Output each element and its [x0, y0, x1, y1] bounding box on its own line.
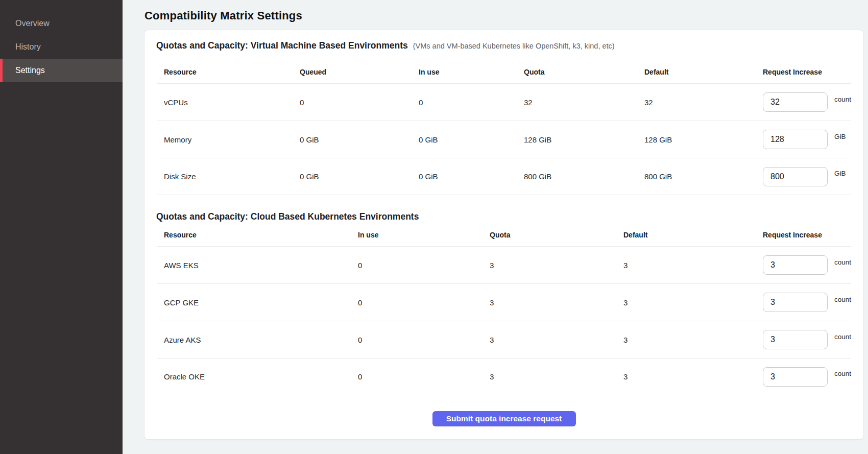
cell-queued: 0 GiB [293, 172, 412, 181]
column-header-default: Default [616, 223, 756, 246]
cloud-quota-section: Quotas and Capacity: Cloud Based Kuberne… [157, 210, 851, 395]
column-header-quota: Quota [483, 223, 616, 246]
vm-quota-table: Resource Queued In use Quota Default Req… [157, 52, 851, 195]
column-header-in-use: In use [351, 223, 483, 246]
vm-section-subtitle: (VMs and VM-based Kubernetes like OpenSh… [413, 42, 615, 50]
table-row: Oracle OKE033count [157, 358, 851, 395]
table-row: GCP GKE033count [157, 283, 851, 321]
cell-default: 3 [616, 298, 756, 307]
cell-request-increase: GiB [756, 167, 851, 186]
cell-request-increase: count [756, 330, 851, 349]
cell-resource: Oracle OKE [157, 372, 351, 381]
main-content: Compatibility Matrix Settings Quotas and… [123, 0, 868, 454]
settings-card: Quotas and Capacity: Virtual Machine Bas… [144, 30, 864, 440]
cell-resource: AWS EKS [157, 261, 351, 270]
cell-quota: 128 GiB [517, 135, 637, 144]
column-header-default: Default [637, 52, 756, 83]
unit-label: count [834, 333, 851, 341]
unit-label: count [834, 370, 851, 377]
cell-in-use: 0 [412, 98, 517, 107]
cell-quota: 32 [517, 98, 637, 107]
unit-label: GiB [834, 133, 846, 140]
column-header-resource: Resource [157, 52, 293, 83]
cell-in-use: 0 GiB [412, 135, 517, 144]
table-row: vCPUs003232count [157, 83, 851, 121]
column-header-request-increase: Request Increase [756, 223, 851, 246]
sidebar-item-history[interactable]: History [0, 35, 123, 59]
column-header-queued: Queued [293, 52, 412, 83]
cell-in-use: 0 [351, 261, 483, 270]
cell-default: 3 [616, 372, 756, 381]
request-increase-input[interactable] [763, 130, 828, 149]
cell-queued: 0 GiB [293, 135, 412, 144]
cell-queued: 0 [293, 98, 412, 107]
cell-in-use: 0 GiB [412, 172, 517, 181]
cell-quota: 3 [483, 336, 616, 344]
cloud-table-body: AWS EKS033countGCP GKE033countAzure AKS0… [157, 246, 851, 395]
cell-default: 128 GiB [637, 135, 756, 144]
column-header-resource: Resource [157, 223, 351, 246]
vm-section-title: Quotas and Capacity: Virtual Machine Bas… [156, 39, 408, 52]
cell-request-increase: count [756, 92, 851, 112]
column-header-quota: Quota [517, 52, 637, 83]
cell-request-increase: count [756, 293, 851, 312]
page-title: Compatibility Matrix Settings [144, 9, 864, 22]
table-row: Azure AKS033count [157, 321, 851, 358]
app-window: Overview History Settings Compatibility … [0, 0, 868, 454]
column-header-request-increase: Request Increase [756, 52, 851, 83]
cell-resource: GCP GKE [157, 298, 351, 307]
cell-resource: vCPUs [157, 98, 293, 107]
sidebar: Overview History Settings [0, 0, 123, 454]
request-increase-input[interactable] [763, 167, 828, 186]
table-row: Disk Size0 GiB0 GiB800 GiB800 GiBGiB [157, 158, 851, 195]
cell-resource: Azure AKS [157, 336, 351, 344]
vm-table-body: vCPUs003232countMemory0 GiB0 GiB128 GiB1… [157, 83, 851, 195]
unit-label: GiB [834, 170, 846, 177]
cell-in-use: 0 [351, 372, 483, 381]
submit-quota-increase-button[interactable]: Submit quota increase request [432, 411, 576, 426]
cell-default: 800 GiB [637, 172, 756, 181]
cell-default: 3 [616, 336, 756, 344]
cloud-table-header-row: Resource In use Quota Default Request In… [157, 223, 851, 246]
sidebar-item-settings[interactable]: Settings [0, 59, 123, 82]
submit-row: Submit quota increase request [157, 395, 851, 426]
cloud-quota-table: Resource In use Quota Default Request In… [157, 223, 851, 395]
vm-section-header: Quotas and Capacity: Virtual Machine Bas… [156, 39, 851, 52]
vm-quota-section: Quotas and Capacity: Virtual Machine Bas… [157, 39, 851, 195]
cell-quota: 3 [483, 261, 616, 270]
request-increase-input[interactable] [763, 367, 828, 387]
vm-table-header-row: Resource Queued In use Quota Default Req… [157, 52, 851, 83]
column-header-in-use: In use [412, 52, 517, 83]
cell-request-increase: count [756, 367, 851, 387]
request-increase-input[interactable] [763, 330, 828, 349]
cloud-section-header: Quotas and Capacity: Cloud Based Kuberne… [156, 210, 851, 223]
request-increase-input[interactable] [763, 92, 828, 112]
cell-resource: Disk Size [157, 172, 293, 181]
cell-in-use: 0 [351, 298, 483, 307]
unit-label: count [834, 95, 851, 103]
cell-default: 32 [637, 98, 756, 107]
unit-label: count [834, 296, 851, 303]
table-row: AWS EKS033count [157, 246, 851, 283]
cell-request-increase: GiB [756, 130, 851, 149]
unit-label: count [834, 258, 851, 266]
request-increase-input[interactable] [763, 255, 828, 275]
sidebar-item-overview[interactable]: Overview [0, 12, 123, 35]
cell-quota: 800 GiB [517, 172, 637, 181]
cloud-section-title: Quotas and Capacity: Cloud Based Kuberne… [156, 210, 419, 223]
cell-quota: 3 [483, 298, 616, 307]
table-row: Memory0 GiB0 GiB128 GiB128 GiBGiB [157, 121, 851, 158]
cell-resource: Memory [157, 135, 293, 144]
cell-in-use: 0 [351, 336, 483, 344]
cell-request-increase: count [756, 255, 851, 275]
cell-default: 3 [616, 261, 756, 270]
cell-quota: 3 [483, 372, 616, 381]
request-increase-input[interactable] [763, 293, 828, 312]
